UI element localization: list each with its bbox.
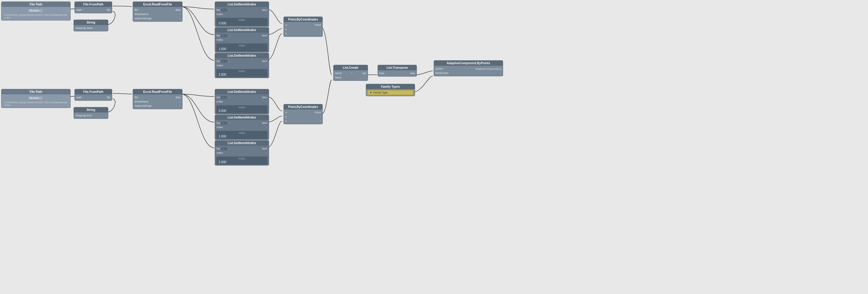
excel-node-2-title: Excel.ReadFromFile — [133, 89, 182, 94]
filepath-out-arrow-1: › — [68, 9, 69, 12]
point-node-2: Point.ByCoordinates x › Point y › z › — [283, 104, 323, 124]
string-node-2: String Snapcap.End › — [73, 107, 108, 119]
filefrompath-node-1-title: File.FromPath — [75, 2, 112, 7]
filefrompath-node-2: File.FromPath path › file — [74, 89, 112, 101]
family-type-label: Family Type — [373, 91, 388, 94]
filepath-value-2: E:\20140031_design files\Excel\2017 0413… — [3, 101, 69, 107]
listget-1c-index-label: Index — [217, 70, 266, 73]
excel-node-2: Excel.ReadFromFile file › data sheetName… — [133, 89, 183, 109]
listget-1b-item-label: item — [262, 34, 267, 37]
browse-button-1[interactable]: Browse... — [28, 8, 43, 13]
listget-2b-title: List.GetItemAtIndex — [215, 115, 269, 120]
familytypes-title: Family Types — [366, 84, 415, 89]
filepath-value-1: E:\20140031_design files\Excel\2017 0413… — [3, 13, 69, 19]
listget-1c-index-val: 2.000 — [217, 73, 266, 76]
listget-1a-index-val: 0.000 — [217, 22, 266, 25]
string-node-1-title: String — [74, 20, 108, 25]
listget-node-2b: List.GetItemAtIndex list 0L2 › item inde… — [215, 115, 269, 140]
listget-2b-index-val: 1.000 — [217, 134, 266, 138]
string-value-1: Snapcap.Start — [75, 27, 93, 30]
listget-1c-item-label: item — [262, 60, 267, 63]
listget-2b-index-label: Index — [217, 131, 266, 134]
listget-2c-item-label: item — [262, 147, 267, 150]
string-node-1: String Snapcap.Start › — [73, 20, 108, 31]
excel-node-1-title: Excel.ReadFromFile — [133, 2, 182, 7]
listtranspose-node: List.Transpose lists › lists — [378, 65, 417, 76]
point-node-1: Point.ByCoordinates x › Point y › z › — [283, 17, 323, 37]
filefrompath-node-1: File.FromPath path › file — [74, 1, 112, 13]
browse-button-2[interactable]: Browse... — [28, 96, 43, 100]
string-value-2: Snapcap.End — [75, 114, 92, 117]
listget-node-1c: List.GetItemAtIndex list 0L2 › item inde… — [215, 53, 269, 78]
listget-1a-index-label: Index — [217, 19, 266, 22]
listcreate-title: List.Create — [334, 65, 368, 70]
adaptive-title: AdaptiveComponent.ByPoints — [434, 61, 503, 66]
listget-1b-index-val: 1.000 — [217, 47, 266, 51]
listget-2c-index-val: 2.000 — [217, 160, 266, 164]
wire-layer — [0, 0, 868, 294]
listcreate-node: List.Create item0 + - list item1 — [333, 65, 368, 81]
adaptive-node: AdaptiveComponent.ByPoints points › Adap… — [434, 60, 503, 76]
filepath-node-2: File Path Browse... › E:\20140031_design… — [1, 89, 70, 108]
point-node-2-title: Point.ByCoordinates — [284, 104, 322, 109]
listget-node-2c: List.GetItemAtIndex list 0L2 › item inde… — [215, 140, 269, 166]
listget-1c-title: List.GetItemAtIndex — [215, 53, 269, 58]
point-node-1-title: Point.ByCoordinates — [284, 17, 322, 22]
familytypes-node: Family Types ▼ Family Type — [366, 84, 415, 96]
listget-node-1a: List.GetItemAtIndex list 0L2 › item inde… — [215, 1, 269, 27]
filefrompath2-file-label: file — [107, 96, 111, 99]
listget-1a-title: List.GetItemAtIndex — [215, 2, 269, 7]
string-node-2-title: String — [74, 107, 108, 112]
listtranspose-title: List.Transpose — [378, 65, 416, 70]
filepath-node-2-title: File Path — [1, 89, 70, 94]
dynamo-canvas: File Path Browse... › E:\20140031_design… — [0, 0, 868, 294]
filefrompath-node-2-title: File.FromPath — [75, 89, 112, 94]
listget-2c-index-label: Index — [217, 157, 266, 160]
excel-node-1: Excel.ReadFromFile file › data sheetName… — [133, 1, 183, 22]
filepath-node-1: File Path Browse... › E:\20140031_design… — [1, 1, 70, 21]
listget-1b-index-label: Index — [217, 44, 266, 47]
listget-1a-item-label: item — [262, 8, 267, 11]
listget-node-1b: List.GetItemAtIndex list 0L2 › item inde… — [215, 27, 269, 53]
family-type-select[interactable]: ▼ Family Type — [368, 90, 413, 95]
filefrompath1-file-label: file — [107, 8, 111, 11]
listget-2a-index-val: 0.000 — [217, 109, 266, 113]
listget-2c-title: List.GetItemAtIndex — [215, 140, 269, 145]
listget-2b-item-label: item — [262, 122, 267, 125]
listget-2a-item-label: item — [262, 96, 267, 99]
listget-2a-title: List.GetItemAtIndex — [215, 89, 269, 94]
listget-1b-title: List.GetItemAtIndex — [215, 27, 269, 33]
filepath-out-arrow-2: › — [68, 97, 69, 99]
filepath-node-1-title: File Path — [1, 2, 70, 7]
listget-node-2a: List.GetItemAtIndex list 0L2 › item inde… — [215, 89, 269, 114]
filefrompath2-path-label: path — [76, 96, 82, 99]
filefrompath1-path-label: path — [76, 8, 82, 11]
listget-2a-index-label: Index — [217, 106, 266, 109]
